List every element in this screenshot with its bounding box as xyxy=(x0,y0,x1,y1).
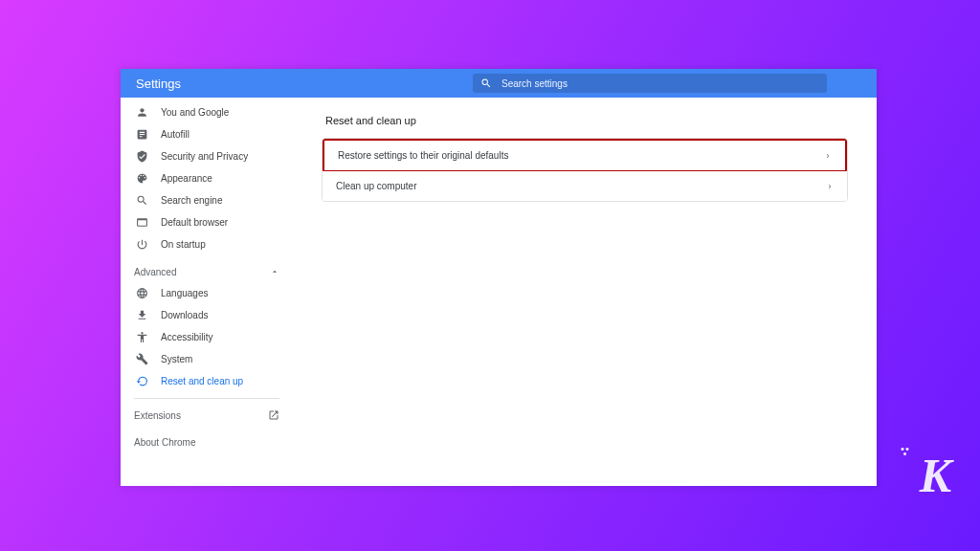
browser-icon xyxy=(134,215,149,231)
toolbar: Settings Search settings xyxy=(121,69,877,98)
download-icon xyxy=(134,308,149,323)
watermark-logo: K xyxy=(920,448,951,503)
sidebar-item-label: About Chrome xyxy=(134,437,195,448)
shield-icon xyxy=(134,149,149,165)
sidebar-item-about[interactable]: About Chrome xyxy=(134,431,279,452)
power-icon xyxy=(134,237,149,253)
person-icon xyxy=(134,105,149,121)
sidebar-item-autofill[interactable]: Autofill xyxy=(134,123,279,145)
autofill-icon xyxy=(134,127,149,143)
sidebar-item-label: Autofill xyxy=(161,129,189,140)
sidebar-item-label: You and Google xyxy=(161,107,229,118)
chevron-right-icon xyxy=(824,152,832,160)
divider xyxy=(134,398,279,399)
sidebar-item-label: Downloads xyxy=(161,310,208,320)
sidebar-item-downloads[interactable]: Downloads xyxy=(134,304,279,326)
highlight-annotation: Restore settings to their original defau… xyxy=(323,139,847,172)
sidebar-item-system[interactable]: System xyxy=(134,348,279,370)
sidebar-item-accessibility[interactable]: Accessibility xyxy=(134,326,279,348)
advanced-section-toggle[interactable]: Advanced xyxy=(134,261,279,282)
row-clean-up[interactable]: Clean up computer xyxy=(323,171,847,201)
sidebar-item-label: Default browser xyxy=(161,217,228,228)
sidebar-item-label: Accessibility xyxy=(161,332,212,342)
sidebar-item-label: System xyxy=(161,354,192,364)
sidebar-item-label: On startup xyxy=(161,239,206,250)
wrench-icon xyxy=(134,352,149,367)
sidebar-item-label: Reset and clean up xyxy=(161,376,243,386)
search-icon xyxy=(134,193,149,209)
sidebar-item-languages[interactable]: Languages xyxy=(134,282,279,304)
open-in-new-icon xyxy=(268,409,279,421)
sidebar-item-extensions[interactable]: Extensions xyxy=(134,405,279,426)
main-content: Reset and clean up Restore settings to t… xyxy=(293,98,877,486)
settings-window: Settings Search settings You and Google … xyxy=(121,69,877,486)
sidebar-item-you-and-google[interactable]: You and Google xyxy=(134,101,279,123)
sidebar-item-label: Appearance xyxy=(161,173,212,184)
globe-icon xyxy=(134,286,149,301)
settings-card: Restore settings to their original defau… xyxy=(322,138,848,202)
sidebar-item-label: Search engine xyxy=(161,195,223,206)
restore-icon xyxy=(134,374,149,389)
sidebar-item-security[interactable]: Security and Privacy xyxy=(134,145,279,167)
sidebar-item-appearance[interactable]: Appearance xyxy=(134,167,279,189)
sidebar-item-reset[interactable]: Reset and clean up xyxy=(134,370,279,392)
accessibility-icon xyxy=(134,330,149,345)
sidebar-item-default-browser[interactable]: Default browser xyxy=(134,211,279,233)
search-icon xyxy=(480,77,492,89)
sidebar-item-search-engine[interactable]: Search engine xyxy=(134,189,279,211)
palette-icon xyxy=(134,171,149,187)
sidebar-item-label: Extensions xyxy=(134,410,181,421)
row-label: Restore settings to their original defau… xyxy=(338,150,508,161)
search-input[interactable]: Search settings xyxy=(473,74,827,93)
page-title: Settings xyxy=(121,77,329,91)
body: You and Google Autofill Security and Pri… xyxy=(121,98,877,486)
row-restore-defaults[interactable]: Restore settings to their original defau… xyxy=(324,141,845,170)
sidebar-item-label: Languages xyxy=(161,288,209,298)
sidebar-item-on-startup[interactable]: On startup xyxy=(134,233,279,255)
chevron-right-icon xyxy=(826,183,834,190)
search-placeholder: Search settings xyxy=(501,78,568,89)
section-title: Reset and clean up xyxy=(322,115,848,126)
row-label: Clean up computer xyxy=(336,181,417,191)
sidebar: You and Google Autofill Security and Pri… xyxy=(121,98,293,486)
sidebar-item-label: Security and Privacy xyxy=(161,151,248,162)
section-label: Advanced xyxy=(134,267,176,277)
chevron-up-icon xyxy=(270,267,279,276)
